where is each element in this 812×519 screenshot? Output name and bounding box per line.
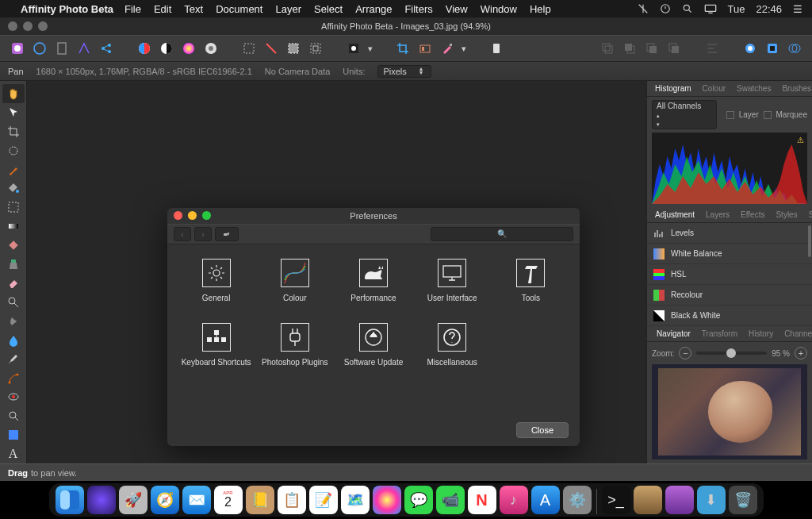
tool-blur[interactable] [2, 331, 25, 350]
prefs-item-shortcuts[interactable]: Keyboard Shortcuts [177, 323, 255, 367]
toolbar-selection-lasso-icon[interactable] [260, 39, 282, 58]
toolbar-snapshot-icon[interactable] [414, 39, 436, 58]
toolbar-subtract-icon[interactable] [761, 39, 783, 58]
prefs-forward-button[interactable]: › [194, 227, 212, 241]
tool-dodge[interactable] [2, 293, 25, 312]
tab-stock[interactable]: Stock [804, 209, 812, 221]
toolbar-quickmask-icon[interactable] [343, 39, 365, 58]
dock-news-icon[interactable]: N [468, 486, 496, 514]
dock-downloads-icon[interactable]: ⬇ [697, 486, 726, 514]
tab-histogram[interactable]: Histogram [650, 83, 696, 94]
tab-navigator[interactable]: Navigator [652, 328, 695, 340]
adjustment-hsl[interactable]: HSL [647, 264, 812, 285]
prefs-item-performance[interactable]: Performance [334, 259, 412, 302]
menu-edit[interactable]: Edit [154, 3, 171, 15]
tool-crop[interactable] [2, 122, 25, 141]
menu-help[interactable]: Help [530, 3, 551, 15]
tool-redeye[interactable] [2, 388, 25, 407]
toolbar-selection-grow-icon[interactable] [304, 39, 327, 58]
toolbar-autocolours-icon[interactable] [178, 39, 200, 58]
dock-calendar-icon[interactable]: APR2 [214, 486, 243, 514]
toolbar-intersect-icon[interactable] [783, 39, 806, 58]
prefs-item-ui[interactable]: User Interface [413, 259, 492, 302]
menu-file[interactable]: File [124, 3, 141, 15]
zoom-in-button[interactable]: + [795, 347, 807, 359]
toolbar-autowb-icon[interactable] [200, 39, 222, 58]
tab-transform[interactable]: Transform [697, 328, 742, 340]
tool-gradient[interactable] [2, 217, 25, 236]
dock-maps-icon[interactable]: 🗺️ [341, 486, 370, 514]
tool-clone[interactable] [2, 255, 25, 274]
dock-finder-icon[interactable] [56, 486, 84, 514]
tool-healing-brush[interactable] [2, 236, 25, 255]
toolbar-autocontrast-icon[interactable] [155, 39, 178, 58]
tab-layers[interactable]: Layers [701, 209, 734, 221]
dock-sysprefs-icon[interactable]: ⚙️ [563, 486, 592, 514]
tab-adjustment[interactable]: Adjustment [650, 209, 699, 221]
histogram-channel-select[interactable]: All Channels ▴▾ [652, 100, 717, 129]
status-menu-icon[interactable]: ☰ [793, 3, 802, 15]
menu-layer[interactable]: Layer [275, 3, 301, 15]
dock-launchpad-icon[interactable]: 🚀 [119, 486, 147, 514]
prefs-back-button[interactable]: ‹ [174, 227, 191, 241]
tab-swatches[interactable]: Swatches [732, 83, 776, 94]
dock-facetime-icon[interactable]: 📹 [436, 486, 465, 514]
prefs-item-general[interactable]: General [177, 259, 255, 302]
dock-mail-icon[interactable]: ✉️ [182, 486, 211, 514]
toolbar-assistant-dropdown-icon[interactable]: ▾ [458, 39, 469, 58]
tool-pen[interactable] [2, 350, 25, 369]
dock-photos-icon[interactable] [373, 486, 401, 514]
zoom-slider[interactable] [696, 352, 767, 355]
status-mirror-icon[interactable] [638, 3, 649, 14]
dock-terminal-icon[interactable]: >_ [602, 486, 630, 514]
menu-filters[interactable]: Filters [404, 3, 432, 15]
menu-text[interactable]: Text [184, 3, 203, 15]
tab-colour[interactable]: Colour [698, 83, 730, 94]
toolbar-crop-icon[interactable] [392, 39, 414, 58]
dock-contacts-icon[interactable]: 📒 [246, 486, 274, 514]
menu-document[interactable]: Document [216, 3, 262, 15]
prefs-minimize-button[interactable] [188, 211, 197, 220]
tab-channels[interactable]: Channels [779, 328, 812, 340]
tool-hand[interactable] [2, 84, 25, 103]
toolbar-notes-icon[interactable] [485, 39, 508, 58]
adjustment-whitebalance[interactable]: White Balance [647, 244, 812, 264]
persona-export-icon[interactable] [95, 39, 117, 58]
dock-itunes-icon[interactable]: ♪ [500, 486, 528, 514]
tool-smudge[interactable] [2, 312, 25, 331]
toolbar-add-icon[interactable] [739, 39, 761, 58]
dock-messages-icon[interactable]: 💬 [404, 486, 433, 514]
tab-effects[interactable]: Effects [736, 209, 769, 221]
prefs-gridview-button[interactable]: ▪▪▪▾ [215, 227, 239, 241]
dock-reminders-icon[interactable]: 📋 [278, 486, 306, 514]
menu-select[interactable]: Select [314, 3, 343, 15]
prefs-search-input[interactable]: 🔍 [431, 227, 573, 241]
tool-text[interactable]: A [2, 444, 25, 463]
tool-erase[interactable] [2, 274, 25, 293]
toolbar-assistant-icon[interactable] [436, 39, 458, 58]
persona-photo-icon[interactable] [6, 39, 29, 58]
status-search-icon[interactable] [682, 3, 693, 14]
toolbar-selection-rect-icon[interactable] [238, 39, 260, 58]
prefs-item-colour[interactable]: Colour [255, 259, 334, 302]
persona-tone-icon[interactable] [73, 39, 95, 58]
tab-styles[interactable]: Styles [771, 209, 802, 221]
prefs-item-misc[interactable]: Miscellaneous [413, 323, 492, 367]
adjustment-recolour[interactable]: Recolour [647, 285, 812, 306]
histogram-layer-checkbox[interactable] [726, 111, 734, 119]
menu-arrange[interactable]: Arrange [355, 3, 392, 15]
dock-notes-icon[interactable]: 📝 [309, 486, 338, 514]
dock-safari-icon[interactable]: 🧭 [151, 486, 179, 514]
context-units-select[interactable]: Pixels▴▾ [377, 65, 431, 78]
tool-zoom[interactable] [2, 406, 25, 425]
zoom-out-button[interactable]: − [679, 347, 691, 359]
document-canvas[interactable]: Preferences ‹ › ▪▪▪▾ 🔍 General Colour [27, 81, 646, 463]
status-power-icon[interactable] [660, 3, 671, 14]
toolbar-autolevels-icon[interactable] [133, 39, 155, 58]
tab-brushes[interactable]: Brushes [777, 83, 812, 94]
tool-mesh[interactable] [2, 369, 25, 388]
adjustment-bw[interactable]: Black & White [647, 306, 812, 326]
dock-trash-icon[interactable]: 🗑️ [729, 486, 757, 514]
persona-liquify-icon[interactable] [29, 39, 51, 58]
app-menu[interactable]: Affinity Photo Beta [21, 3, 113, 15]
